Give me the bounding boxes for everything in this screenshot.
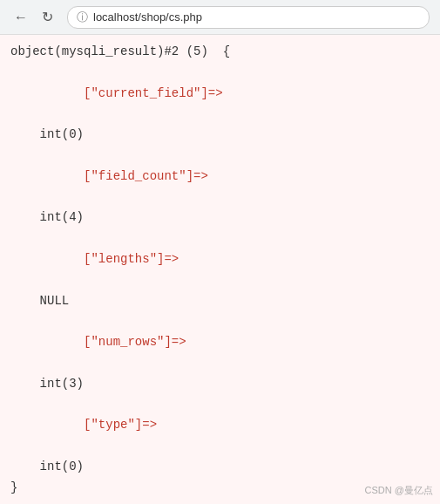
line-5: int(4) (10, 208, 430, 228)
content-area: object(mysqli_result)#2 (5) { ["current_… (0, 35, 440, 504)
line-1: object(mysqli_result)#2 (5) { (10, 42, 430, 63)
line-6-text: ["lengths"]=> (54, 252, 179, 266)
line-4-text: ["field_count"]=> (54, 169, 207, 183)
line-3: int(0) (10, 125, 430, 146)
line-8: ["num_rows"]=> (10, 311, 430, 373)
line-8-text: ["num_rows"]=> (54, 335, 186, 349)
line-9: int(3) (10, 374, 430, 395)
url-text: localhost/shop/cs.php (93, 10, 202, 24)
line-11: int(0) (10, 457, 430, 478)
line-7: NULL (10, 291, 430, 312)
line-2: ["current_field"]=> (10, 63, 430, 125)
nav-buttons: ← ↻ (10, 7, 57, 27)
line-10: ["type"]=> (10, 395, 430, 457)
line-2-text: ["current_field"]=> (54, 86, 222, 100)
watermark: CSDN @曼亿点 (365, 484, 433, 497)
refresh-button[interactable]: ↻ (38, 7, 57, 27)
info-icon: ⓘ (77, 10, 88, 25)
line-6: ["lengths"]=> (10, 228, 430, 290)
back-button[interactable]: ← (10, 8, 31, 27)
browser-chrome: ← ↻ ⓘ localhost/shop/cs.php (0, 0, 440, 35)
line-4: ["field_count"]=> (10, 146, 430, 208)
code-block: object(mysqli_result)#2 (5) { ["current_… (10, 42, 430, 499)
address-bar[interactable]: ⓘ localhost/shop/cs.php (67, 6, 430, 29)
line-10-text: ["type"]=> (54, 418, 157, 432)
